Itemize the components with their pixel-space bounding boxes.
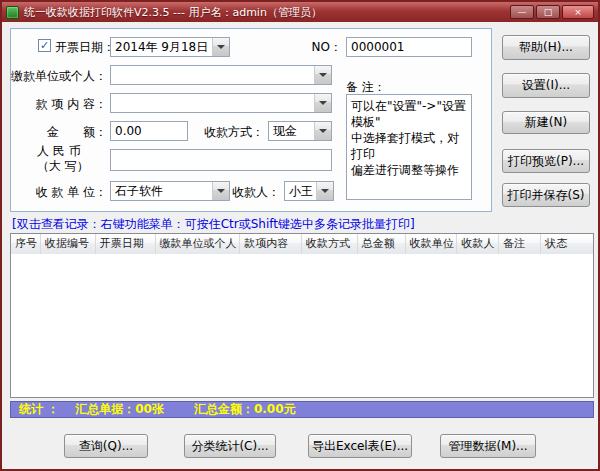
maximize-button[interactable]: □ xyxy=(536,5,560,19)
note-label: 备 注： xyxy=(346,80,386,95)
stats-total-amount: 汇总金额：0.00元 xyxy=(194,401,296,418)
invoice-date-dropdown-button[interactable] xyxy=(212,38,229,56)
payee-value: 小王 xyxy=(289,183,316,200)
receiving-unit-dropdown-button[interactable] xyxy=(212,182,229,200)
records-table: 序号 收据编号 开票日期 缴款单位或个人 款项内容 收款方式 总金额 收款单位 … xyxy=(10,233,594,398)
chevron-down-icon xyxy=(217,45,225,49)
records-hint-text: [双击查看记录：右键功能菜单：可按住Ctr或Shift键选中多条记录批量打印] xyxy=(12,216,415,233)
records-table-header: 序号 收据编号 开票日期 缴款单位或个人 款项内容 收款方式 总金额 收款单位 … xyxy=(11,234,593,254)
category-stats-button[interactable]: 分类统计(C)... xyxy=(184,434,276,458)
amount-input[interactable]: 0.00 xyxy=(110,121,188,141)
help-button[interactable]: 帮助(H)... xyxy=(502,35,590,60)
column-header-unit[interactable]: 收款单位 xyxy=(406,234,458,254)
column-header-content[interactable]: 款项内容 xyxy=(240,234,302,254)
column-header-date[interactable]: 开票日期 xyxy=(96,234,156,254)
close-button[interactable]: × xyxy=(562,5,594,19)
app-icon xyxy=(6,6,19,19)
receiving-unit-label: 收 款 单 位： xyxy=(10,185,107,200)
invoice-date-checkbox[interactable]: ✓ xyxy=(38,39,51,52)
invoice-date-picker[interactable]: 2014年 9月18日 xyxy=(110,37,230,57)
title-bar: 统一收款收据打印软件V2.3.5 --- 用户名：admin（管理员） — □ … xyxy=(2,2,598,22)
column-header-payer[interactable]: 缴款单位或个人 xyxy=(156,234,241,254)
invoice-date-label: 开票日期： xyxy=(55,40,115,55)
column-header-index[interactable]: 序号 xyxy=(11,234,41,254)
new-button[interactable]: 新建(N) xyxy=(502,111,590,134)
payment-content-combobox[interactable] xyxy=(110,93,332,113)
stats-label: 统计 ： xyxy=(19,401,59,418)
print-preview-button[interactable]: 打印预览(P)... xyxy=(502,149,590,173)
payment-method-dropdown-button[interactable] xyxy=(314,122,331,140)
export-excel-button[interactable]: 导出Excel表(E)... xyxy=(308,434,412,458)
minimize-icon: — xyxy=(518,8,527,17)
invoice-date-value: 2014年 9月18日 xyxy=(115,39,212,56)
column-header-payee[interactable]: 收款人 xyxy=(457,234,499,254)
settings-button[interactable]: 设置(I)... xyxy=(502,73,590,98)
minimize-button[interactable]: — xyxy=(510,5,534,19)
amount-label: 金 额： xyxy=(10,125,107,140)
column-header-method[interactable]: 收款方式 xyxy=(302,234,358,254)
close-icon: × xyxy=(574,8,582,17)
receiving-unit-value: 石子软件 xyxy=(115,183,212,200)
window-controls: — □ × xyxy=(510,5,594,19)
column-header-total[interactable]: 总金额 xyxy=(358,234,406,254)
chevron-down-icon xyxy=(217,189,225,193)
check-icon: ✓ xyxy=(40,40,49,51)
payer-label: 缴款单位或个人： xyxy=(10,69,107,84)
payee-dropdown-button[interactable] xyxy=(316,182,333,200)
payment-content-dropdown-button[interactable] xyxy=(314,94,331,112)
payment-method-label: 收款方式： xyxy=(198,125,264,140)
query-button[interactable]: 查询(Q)... xyxy=(64,434,148,458)
column-header-receipt-no[interactable]: 收据编号 xyxy=(41,234,96,254)
receiving-unit-combobox[interactable]: 石子软件 xyxy=(110,181,230,201)
print-save-button[interactable]: 打印并保存(S) xyxy=(502,183,590,207)
chevron-down-icon xyxy=(319,101,327,105)
records-table-body[interactable] xyxy=(11,254,593,396)
app-window: 统一收款收据打印软件V2.3.5 --- 用户名：admin（管理员） — □ … xyxy=(0,0,600,471)
window-title: 统一收款收据打印软件V2.3.5 --- 用户名：admin（管理员） xyxy=(24,5,322,20)
statistics-bar: 统计 ： 汇总单据：00张 汇总金额：0.00元 xyxy=(10,401,594,418)
amount-in-words-label: 人 民 币 （大 写） xyxy=(37,144,89,174)
column-header-status[interactable]: 状态 xyxy=(541,234,593,254)
stats-total-receipts: 汇总单据：00张 xyxy=(75,401,164,418)
chevron-down-icon xyxy=(319,73,327,77)
chevron-down-icon xyxy=(321,189,329,193)
manage-data-button[interactable]: 管理数据(M)... xyxy=(440,434,536,458)
payee-combobox[interactable]: 小王 xyxy=(284,181,334,201)
payee-label: 收款人： xyxy=(228,185,280,200)
receipt-no-input[interactable]: 0000001 xyxy=(346,37,472,57)
payment-method-combobox[interactable]: 现金 xyxy=(268,121,332,141)
chevron-down-icon xyxy=(319,129,327,133)
payment-method-value: 现金 xyxy=(273,123,314,140)
maximize-icon: □ xyxy=(544,8,553,17)
payer-dropdown-button[interactable] xyxy=(314,66,331,84)
column-header-note[interactable]: 备注 xyxy=(499,234,541,254)
payer-combobox[interactable] xyxy=(110,65,332,85)
payment-content-label: 款 项 内 容： xyxy=(10,97,107,112)
amount-in-words-input[interactable] xyxy=(110,149,332,171)
note-textarea[interactable]: 可以在"设置"->"设置模板" 中选择套打模式，对打印 偏差进行调整等操作 xyxy=(346,94,472,200)
receipt-no-label: NO： xyxy=(302,40,342,55)
